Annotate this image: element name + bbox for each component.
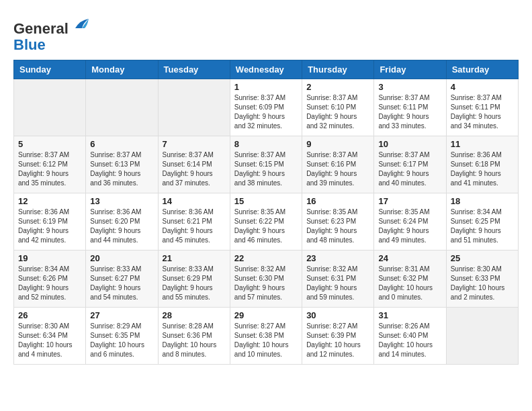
day-info: Sunrise: 8:37 AM Sunset: 6:13 PM Dayligh… [90,150,153,188]
day-number: 3 [378,82,441,92]
day-number: 25 [451,253,514,263]
day-info: Sunrise: 8:37 AM Sunset: 6:14 PM Dayligh… [163,150,226,188]
calendar-cell: 26Sunrise: 8:30 AM Sunset: 6:34 PM Dayli… [14,308,86,365]
calendar-cell: 25Sunrise: 8:30 AM Sunset: 6:33 PM Dayli… [446,250,518,308]
calendar-cell: 21Sunrise: 8:33 AM Sunset: 6:29 PM Dayli… [158,250,230,308]
calendar-cell: 11Sunrise: 8:36 AM Sunset: 6:18 PM Dayli… [446,136,518,193]
calendar-cell [86,79,158,136]
day-number: 10 [378,139,441,149]
day-number: 12 [18,196,81,206]
calendar-cell: 29Sunrise: 8:27 AM Sunset: 6:38 PM Dayli… [230,308,302,365]
day-info: Sunrise: 8:36 AM Sunset: 6:19 PM Dayligh… [18,208,81,245]
day-number: 13 [90,196,153,206]
day-number: 16 [306,196,369,206]
weekday-header-sunday: Sunday [14,60,86,79]
weekday-header-friday: Friday [374,60,446,79]
weekday-header-tuesday: Tuesday [158,60,230,79]
day-number: 20 [90,253,153,263]
day-number: 17 [378,196,441,206]
day-info: Sunrise: 8:37 AM Sunset: 6:15 PM Dayligh… [234,150,298,188]
day-number: 8 [234,139,298,149]
calendar-cell: 4Sunrise: 8:37 AM Sunset: 6:11 PM Daylig… [446,79,518,136]
day-number: 30 [306,310,369,320]
calendar-cell: 10Sunrise: 8:37 AM Sunset: 6:17 PM Dayli… [374,136,446,193]
logo-bird-icon [70,13,90,34]
day-info: Sunrise: 8:37 AM Sunset: 6:11 PM Dayligh… [378,93,441,131]
calendar-cell: 9Sunrise: 8:37 AM Sunset: 6:16 PM Daylig… [302,136,374,193]
day-info: Sunrise: 8:33 AM Sunset: 6:29 PM Dayligh… [163,265,226,302]
calendar-cell: 23Sunrise: 8:32 AM Sunset: 6:31 PM Dayli… [302,250,374,308]
logo: General Blue [13,13,90,53]
day-number: 7 [163,139,226,149]
calendar-cell [158,79,230,136]
day-info: Sunrise: 8:32 AM Sunset: 6:30 PM Dayligh… [234,265,298,302]
day-number: 31 [378,310,441,320]
weekday-header-thursday: Thursday [302,60,374,79]
day-info: Sunrise: 8:37 AM Sunset: 6:16 PM Dayligh… [306,150,369,188]
calendar-cell: 12Sunrise: 8:36 AM Sunset: 6:19 PM Dayli… [14,193,86,250]
day-info: Sunrise: 8:27 AM Sunset: 6:39 PM Dayligh… [306,322,369,359]
calendar-cell: 19Sunrise: 8:34 AM Sunset: 6:26 PM Dayli… [14,250,86,308]
calendar-cell: 24Sunrise: 8:31 AM Sunset: 6:32 PM Dayli… [374,250,446,308]
day-number: 15 [234,196,298,206]
calendar-cell: 1Sunrise: 8:37 AM Sunset: 6:09 PM Daylig… [230,79,302,136]
weekday-header-row: SundayMondayTuesdayWednesdayThursdayFrid… [14,60,519,79]
calendar-cell: 7Sunrise: 8:37 AM Sunset: 6:14 PM Daylig… [158,136,230,193]
calendar-cell: 17Sunrise: 8:35 AM Sunset: 6:24 PM Dayli… [374,193,446,250]
weekday-header-saturday: Saturday [446,60,518,79]
day-number: 4 [451,82,514,92]
day-info: Sunrise: 8:36 AM Sunset: 6:20 PM Dayligh… [90,208,153,245]
day-number: 19 [18,253,81,263]
day-info: Sunrise: 8:31 AM Sunset: 6:32 PM Dayligh… [378,265,441,302]
day-info: Sunrise: 8:35 AM Sunset: 6:22 PM Dayligh… [234,208,298,245]
calendar-cell [446,308,518,365]
calendar-cell: 15Sunrise: 8:35 AM Sunset: 6:22 PM Dayli… [230,193,302,250]
logo-general: General [13,20,69,37]
calendar-cell: 16Sunrise: 8:35 AM Sunset: 6:23 PM Dayli… [302,193,374,250]
day-info: Sunrise: 8:35 AM Sunset: 6:23 PM Dayligh… [306,208,369,245]
logo-text: General Blue [13,13,90,53]
calendar-cell: 27Sunrise: 8:29 AM Sunset: 6:35 PM Dayli… [86,308,158,365]
day-info: Sunrise: 8:30 AM Sunset: 6:34 PM Dayligh… [18,322,81,359]
calendar-cell: 18Sunrise: 8:34 AM Sunset: 6:25 PM Dayli… [446,193,518,250]
day-info: Sunrise: 8:27 AM Sunset: 6:38 PM Dayligh… [234,322,298,359]
week-row-3: 12Sunrise: 8:36 AM Sunset: 6:19 PM Dayli… [14,193,519,250]
calendar-cell: 14Sunrise: 8:36 AM Sunset: 6:21 PM Dayli… [158,193,230,250]
day-info: Sunrise: 8:37 AM Sunset: 6:17 PM Dayligh… [378,150,441,188]
day-info: Sunrise: 8:26 AM Sunset: 6:40 PM Dayligh… [378,322,441,359]
page-header: General Blue [13,13,519,53]
day-info: Sunrise: 8:35 AM Sunset: 6:24 PM Dayligh… [378,208,441,245]
day-info: Sunrise: 8:36 AM Sunset: 6:21 PM Dayligh… [163,208,226,245]
day-info: Sunrise: 8:33 AM Sunset: 6:27 PM Dayligh… [90,265,153,302]
day-number: 29 [234,310,298,320]
day-info: Sunrise: 8:34 AM Sunset: 6:25 PM Dayligh… [451,208,514,245]
calendar-cell: 22Sunrise: 8:32 AM Sunset: 6:30 PM Dayli… [230,250,302,308]
day-info: Sunrise: 8:29 AM Sunset: 6:35 PM Dayligh… [90,322,153,359]
logo-blue: Blue [13,36,46,53]
day-info: Sunrise: 8:36 AM Sunset: 6:18 PM Dayligh… [451,150,514,188]
calendar-cell: 8Sunrise: 8:37 AM Sunset: 6:15 PM Daylig… [230,136,302,193]
calendar-cell: 28Sunrise: 8:28 AM Sunset: 6:36 PM Dayli… [158,308,230,365]
day-number: 11 [451,139,514,149]
weekday-header-wednesday: Wednesday [230,60,302,79]
day-number: 6 [90,139,153,149]
calendar-cell: 30Sunrise: 8:27 AM Sunset: 6:39 PM Dayli… [302,308,374,365]
day-info: Sunrise: 8:37 AM Sunset: 6:10 PM Dayligh… [306,93,369,131]
day-number: 2 [306,82,369,92]
day-number: 22 [234,253,298,263]
calendar-cell: 31Sunrise: 8:26 AM Sunset: 6:40 PM Dayli… [374,308,446,365]
day-number: 1 [234,82,298,92]
calendar-cell: 2Sunrise: 8:37 AM Sunset: 6:10 PM Daylig… [302,79,374,136]
day-number: 28 [163,310,226,320]
day-number: 14 [163,196,226,206]
day-info: Sunrise: 8:28 AM Sunset: 6:36 PM Dayligh… [163,322,226,359]
weekday-header-monday: Monday [86,60,158,79]
day-info: Sunrise: 8:34 AM Sunset: 6:26 PM Dayligh… [18,265,81,302]
day-info: Sunrise: 8:37 AM Sunset: 6:11 PM Dayligh… [451,93,514,131]
day-number: 24 [378,253,441,263]
calendar-cell: 5Sunrise: 8:37 AM Sunset: 6:12 PM Daylig… [14,136,86,193]
day-info: Sunrise: 8:37 AM Sunset: 6:09 PM Dayligh… [234,93,298,131]
day-number: 26 [18,310,81,320]
day-number: 5 [18,139,81,149]
day-info: Sunrise: 8:32 AM Sunset: 6:31 PM Dayligh… [306,265,369,302]
